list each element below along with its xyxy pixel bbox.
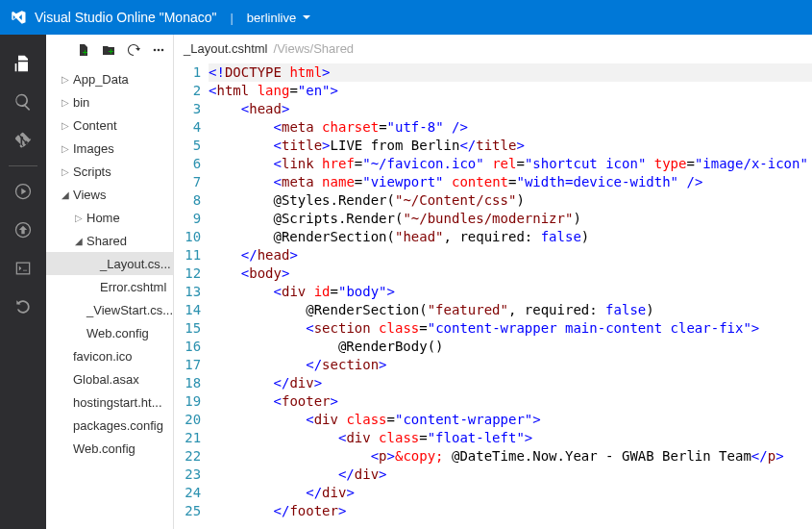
tree-label: App_Data bbox=[73, 72, 129, 87]
code-line[interactable]: </head> bbox=[209, 246, 812, 264]
tree-node[interactable]: Web.config bbox=[46, 437, 173, 460]
chevron-down-icon bbox=[302, 13, 311, 22]
expand-arrow-icon[interactable]: ◢ bbox=[73, 236, 85, 246]
line-gutter: 1234567891011121314151617181920212223242… bbox=[174, 62, 209, 529]
code-line[interactable]: @Scripts.Render("~/bundles/modernizr") bbox=[209, 210, 812, 228]
tree-node[interactable]: favicon.ico bbox=[46, 344, 173, 367]
expand-arrow-icon[interactable]: ▷ bbox=[60, 97, 71, 108]
tree-node[interactable]: Error.cshtml bbox=[46, 275, 173, 298]
vs-logo-icon bbox=[10, 9, 27, 26]
tree-node[interactable]: packages.config bbox=[46, 414, 173, 437]
tree-label: Shared bbox=[86, 234, 127, 248]
code-line[interactable]: </section> bbox=[209, 356, 812, 374]
code-line[interactable]: </div> bbox=[209, 466, 812, 484]
tree-label: hostingstart.ht... bbox=[73, 395, 162, 410]
app-title: Visual Studio Online "Monaco" bbox=[35, 10, 216, 25]
code-line[interactable]: @RenderSection("featured", required: fal… bbox=[209, 301, 812, 319]
code-line[interactable]: <head> bbox=[209, 100, 812, 118]
tree-node[interactable]: ◢Views bbox=[46, 183, 173, 206]
tree-label: Views bbox=[73, 188, 106, 202]
tree-node[interactable]: _Layout.cs... bbox=[46, 252, 173, 275]
code-line[interactable]: <div class="float-left"> bbox=[209, 429, 812, 447]
git-button[interactable] bbox=[0, 121, 46, 160]
tree-label: _ViewStart.cs... bbox=[86, 303, 173, 317]
code-line[interactable]: <footer> bbox=[209, 392, 812, 411]
expand-arrow-icon[interactable]: ▷ bbox=[60, 143, 71, 154]
code-line[interactable]: <div id="body"> bbox=[209, 283, 812, 301]
code-line[interactable]: <link href="~/favicon.ico" rel="shortcut… bbox=[209, 155, 812, 173]
project-dropdown[interactable]: berlinlive bbox=[247, 11, 311, 25]
code-line[interactable]: @RenderSection("head", required: false) bbox=[209, 228, 812, 246]
svg-point-5 bbox=[161, 48, 164, 51]
code-line[interactable]: <title>LIVE from Berlin</title> bbox=[209, 137, 812, 155]
rail-divider bbox=[9, 165, 37, 166]
code-lines[interactable]: <!DOCTYPE html><html lang="en"> <head> <… bbox=[209, 62, 812, 529]
expand-arrow-icon[interactable]: ◢ bbox=[60, 189, 71, 200]
refresh-button[interactable] bbox=[0, 288, 46, 326]
activity-bar bbox=[0, 35, 46, 529]
svg-rect-2 bbox=[16, 263, 29, 274]
code-line[interactable]: </footer> bbox=[209, 502, 812, 520]
tree-node[interactable]: ▷Scripts bbox=[46, 160, 173, 183]
tree-node[interactable]: ▷Images bbox=[46, 137, 173, 160]
tree-label: Web.config bbox=[73, 441, 135, 456]
app-header: Visual Studio Online "Monaco" | berlinli… bbox=[0, 0, 812, 35]
new-file-button[interactable] bbox=[77, 43, 90, 60]
tree-node[interactable]: ▷Content bbox=[46, 113, 173, 137]
code-line[interactable]: </div> bbox=[209, 484, 812, 502]
tree-node[interactable]: Web.config bbox=[46, 321, 173, 344]
refresh-tree-button[interactable] bbox=[127, 43, 140, 60]
explorer-button[interactable] bbox=[0, 44, 46, 83]
tree-node[interactable]: ▷Home bbox=[46, 206, 173, 229]
tab-filepath: /Views/Shared bbox=[274, 41, 355, 56]
tree-label: Content bbox=[73, 118, 117, 133]
code-line[interactable]: <p>&copy; @DateTime.Now.Year - GWAB Berl… bbox=[209, 447, 812, 466]
code-line[interactable]: <div class="content-wrapper"> bbox=[209, 411, 812, 429]
tree-node[interactable]: ▷App_Data bbox=[46, 67, 173, 90]
code-line[interactable]: @RenderBody() bbox=[209, 338, 812, 356]
expand-arrow-icon[interactable]: ▷ bbox=[60, 74, 71, 85]
tree-label: favicon.ico bbox=[73, 349, 132, 364]
code-line[interactable]: </div> bbox=[209, 374, 812, 392]
tree-node[interactable]: hostingstart.ht... bbox=[46, 390, 173, 414]
tree-label: Scripts bbox=[73, 164, 111, 179]
editor-tab[interactable]: _Layout.cshtml /Views/Shared bbox=[174, 35, 812, 62]
code-line[interactable]: @Styles.Render("~/Content/css") bbox=[209, 191, 812, 210]
tree-node[interactable]: _ViewStart.cs... bbox=[46, 298, 173, 321]
svg-point-4 bbox=[158, 48, 160, 51]
tree-label: packages.config bbox=[73, 418, 163, 433]
tab-filename: _Layout.cshtml bbox=[184, 41, 267, 56]
new-folder-button[interactable] bbox=[102, 43, 115, 60]
tree-label: Error.cshtml bbox=[100, 280, 166, 294]
code-line[interactable]: <body> bbox=[209, 264, 812, 283]
tree-label: Home bbox=[86, 211, 120, 225]
svg-point-3 bbox=[154, 48, 157, 51]
expand-arrow-icon[interactable]: ▷ bbox=[60, 166, 71, 177]
output-button[interactable] bbox=[0, 211, 46, 249]
console-button[interactable] bbox=[0, 249, 46, 288]
tree-node[interactable]: ◢Shared bbox=[46, 229, 173, 252]
tree-node[interactable]: Global.asax bbox=[46, 367, 173, 390]
more-button[interactable] bbox=[152, 43, 165, 60]
run-button[interactable] bbox=[0, 172, 46, 211]
main-area: ▷App_Data▷bin▷Content▷Images▷Scripts◢Vie… bbox=[0, 35, 812, 529]
file-tree[interactable]: ▷App_Data▷bin▷Content▷Images▷Scripts◢Vie… bbox=[46, 67, 173, 529]
header-separator: | bbox=[230, 11, 233, 25]
code-line[interactable]: <meta name="viewport" content="width=dev… bbox=[209, 173, 812, 191]
code-line[interactable]: <!DOCTYPE html> bbox=[209, 63, 812, 82]
project-name: berlinlive bbox=[247, 11, 296, 25]
code-line[interactable]: <section class="content-wrapper main-con… bbox=[209, 319, 812, 338]
code-line[interactable]: <html lang="en"> bbox=[209, 82, 812, 100]
tree-label: Web.config bbox=[86, 326, 149, 340]
editor-area: _Layout.cshtml /Views/Shared 12345678910… bbox=[174, 35, 812, 529]
code-line[interactable]: <meta charset="utf-8" /> bbox=[209, 118, 812, 137]
search-button[interactable] bbox=[0, 83, 46, 121]
tree-label: Global.asax bbox=[73, 372, 139, 387]
expand-arrow-icon[interactable]: ▷ bbox=[60, 120, 71, 131]
tree-node[interactable]: ▷bin bbox=[46, 90, 173, 113]
expand-arrow-icon[interactable]: ▷ bbox=[73, 213, 85, 223]
explorer-toolbar bbox=[46, 35, 173, 67]
tree-label: Images bbox=[73, 141, 114, 156]
tree-label: bin bbox=[73, 95, 89, 110]
code-editor[interactable]: 1234567891011121314151617181920212223242… bbox=[174, 62, 812, 529]
